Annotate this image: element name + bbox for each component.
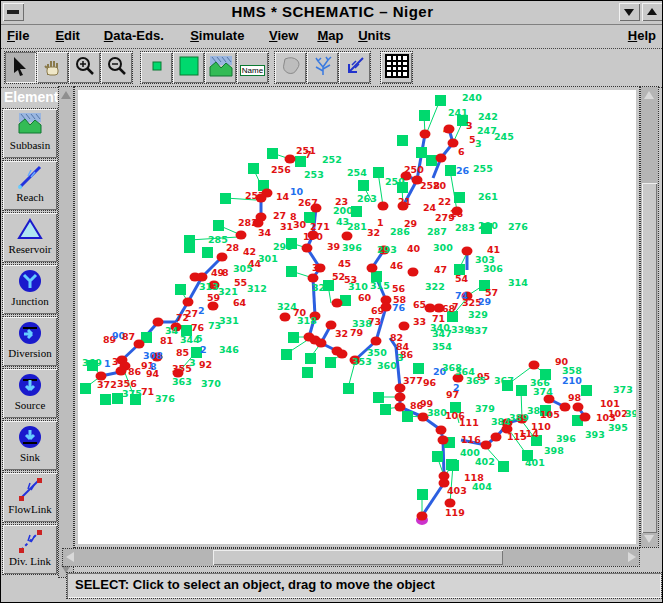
junction-node[interactable]: [378, 202, 389, 211]
subbasin-node[interactable]: [445, 165, 456, 176]
junction-node[interactable]: [285, 155, 296, 164]
lower-window-button[interactable]: [619, 3, 640, 21]
palette-subbasin-button[interactable]: Subbasin: [3, 109, 57, 158]
subbasin-node[interactable]: [448, 460, 459, 471]
palette-flowlink-button[interactable]: FlowLink: [3, 473, 57, 522]
horizontal-scroll-thumb[interactable]: [213, 550, 503, 565]
junction-node[interactable]: [116, 367, 127, 376]
subbasin-node[interactable]: [288, 332, 299, 343]
element-small-button[interactable]: [141, 52, 172, 83]
schematic-canvas[interactable]: 2572823428524024124243247245536255262502…: [78, 90, 636, 544]
junction-node[interactable]: [436, 154, 447, 163]
subbasin-node[interactable]: [373, 167, 384, 178]
subbasin-node[interactable]: [380, 404, 391, 415]
subbasin-node[interactable]: [305, 353, 316, 364]
junction-node[interactable]: [408, 268, 419, 277]
subbasin-node[interactable]: [286, 266, 297, 277]
element-large-button[interactable]: [173, 52, 204, 83]
palette-divlink-button[interactable]: Div. Link: [3, 525, 57, 574]
name-toggle-button[interactable]: Name: [237, 52, 268, 83]
junction-node[interactable]: [481, 441, 492, 450]
junction-node[interactable]: [371, 337, 382, 346]
subbasin-node[interactable]: [281, 349, 292, 360]
palette-junction-button[interactable]: Junction: [3, 265, 57, 314]
junction-node[interactable]: [462, 247, 473, 256]
zoom-in-button[interactable]: [69, 52, 100, 83]
junction-node[interactable]: [417, 512, 428, 521]
subbasin-node[interactable]: [417, 489, 428, 500]
palette-scroll-up-icon[interactable]: [61, 91, 71, 99]
palette-scrollbar[interactable]: [59, 87, 73, 577]
subbasin-node[interactable]: [220, 193, 231, 204]
subbasin-node[interactable]: [343, 383, 354, 394]
menu-view[interactable]: View: [269, 28, 298, 43]
junction-node[interactable]: [302, 244, 313, 253]
junction-node[interactable]: [332, 299, 343, 308]
junction-node[interactable]: [183, 298, 194, 307]
junction-node[interactable]: [448, 139, 459, 148]
junction-node[interactable]: [491, 433, 502, 442]
menu-simulate[interactable]: Simulate: [190, 28, 244, 43]
menu-edit[interactable]: Edit: [55, 28, 80, 43]
menu-units[interactable]: Units: [358, 28, 391, 43]
subbasin-node[interactable]: [184, 242, 195, 253]
title-bar[interactable]: HMS * SCHEMATIC – Niger: [1, 1, 663, 25]
subbasin-node[interactable]: [175, 284, 186, 295]
palette-sink-button[interactable]: Sink: [3, 421, 57, 470]
menu-dataeds[interactable]: Data-Eds.: [104, 28, 164, 43]
subbasin-node[interactable]: [454, 192, 465, 203]
palette-reach-button[interactable]: Reach: [3, 161, 57, 210]
scroll-right-icon[interactable]: [628, 552, 636, 562]
menu-file[interactable]: File: [7, 28, 29, 43]
junction-node[interactable]: [573, 403, 584, 412]
reach-line[interactable]: [443, 440, 444, 476]
river-network-button[interactable]: [307, 52, 338, 83]
horizontal-scrollbar[interactable]: [63, 549, 639, 566]
scroll-down-icon[interactable]: [644, 535, 654, 543]
select-arrow-button[interactable]: [5, 52, 36, 83]
subbasin-node[interactable]: [426, 155, 437, 166]
junction-node[interactable]: [529, 361, 540, 370]
palette-scroll-down-icon[interactable]: [61, 565, 71, 573]
junction-node[interactable]: [560, 403, 571, 412]
subbasin-node[interactable]: [419, 110, 430, 121]
junction-node[interactable]: [337, 350, 348, 359]
subbasin-node[interactable]: [202, 247, 213, 258]
menu-help[interactable]: Help: [628, 28, 656, 43]
menu-map[interactable]: Map: [317, 28, 343, 43]
subbasin-node[interactable]: [435, 95, 446, 106]
vertical-scrollbar[interactable]: [641, 87, 658, 547]
subbasin-node[interactable]: [498, 461, 509, 472]
scroll-left-icon[interactable]: [66, 552, 74, 562]
subbasin-node[interactable]: [267, 148, 278, 159]
junction-node[interactable]: [399, 322, 410, 331]
map-image-button[interactable]: [205, 52, 236, 83]
subbasin-node[interactable]: [302, 367, 313, 378]
junction-node[interactable]: [438, 436, 449, 445]
subbasin-node[interactable]: [358, 180, 369, 191]
pan-hand-button[interactable]: [37, 52, 68, 83]
junction-node[interactable]: [395, 393, 406, 402]
junction-node[interactable]: [217, 253, 228, 262]
raise-window-button[interactable]: [642, 3, 663, 21]
subbasin-node[interactable]: [100, 394, 111, 405]
vertical-scroll-thumb[interactable]: [642, 183, 657, 533]
subbasin-node[interactable]: [325, 357, 336, 368]
grid-button[interactable]: [381, 52, 412, 83]
palette-reservoir-button[interactable]: Reservoir: [3, 213, 57, 262]
subbasin-node[interactable]: [248, 163, 259, 174]
subbasin-node[interactable]: [516, 385, 527, 396]
junction-node[interactable]: [153, 318, 164, 327]
subbasin-node[interactable]: [80, 383, 91, 394]
junction-node[interactable]: [395, 403, 406, 412]
subbasin-node[interactable]: [213, 220, 224, 231]
subbasin-node[interactable]: [397, 135, 408, 146]
subbasin-node[interactable]: [413, 363, 424, 374]
junction-node[interactable]: [236, 231, 247, 240]
subbasin-node[interactable]: [402, 411, 413, 422]
palette-diversion-button[interactable]: Diversion: [3, 317, 57, 366]
subbasin-node[interactable]: [581, 385, 592, 396]
junction-node[interactable]: [436, 426, 447, 435]
zoom-out-button[interactable]: [101, 52, 132, 83]
junction-node[interactable]: [420, 130, 431, 139]
